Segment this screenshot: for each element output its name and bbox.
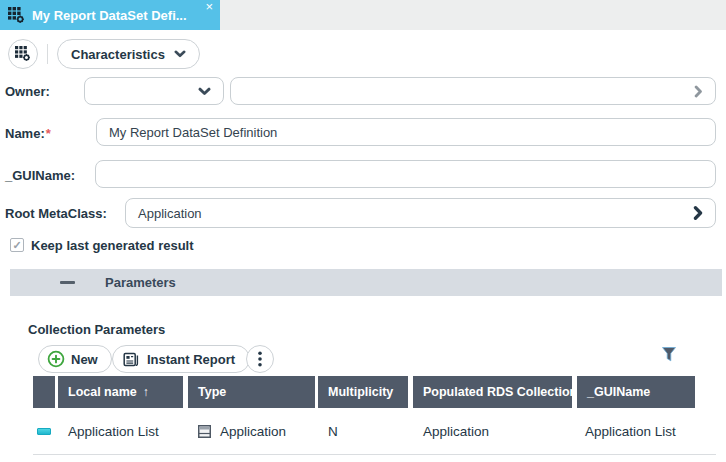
collection-chip-icon [37, 428, 51, 435]
guiname-label: _GUIName: [5, 168, 75, 183]
column-header-local-name[interactable]: Local name ↑ [58, 376, 183, 408]
sort-ascending-icon: ↑ [143, 385, 149, 399]
column-header-icon[interactable] [33, 376, 55, 408]
dataset-grid-gear-icon [8, 7, 25, 24]
characteristics-label: Characteristics [71, 47, 165, 62]
column-header-guiname[interactable]: _GUIName [577, 376, 695, 408]
new-button-label: New [71, 352, 98, 367]
parameters-section-title: Parameters [105, 275, 176, 290]
cell-guiname[interactable]: Application List [585, 408, 676, 454]
instant-report-label: Instant Report [147, 352, 235, 367]
tab-title: My Report DataSet Defi... [32, 8, 187, 23]
chevron-down-icon [198, 87, 211, 96]
check-icon: ✓ [12, 239, 21, 251]
cell-local-name[interactable]: Application List [68, 408, 159, 454]
column-header-type[interactable]: Type [188, 376, 315, 408]
instant-report-button[interactable]: Instant Report [112, 345, 250, 373]
tab-close-icon[interactable]: × [205, 0, 213, 14]
plus-circle-icon [47, 350, 65, 368]
root-metaclass-label: Root MetaClass: [5, 206, 107, 221]
tab-my-report-dataset-definition[interactable]: My Report DataSet Defi... × [0, 0, 220, 30]
new-button[interactable]: New [38, 345, 112, 373]
dataset-grid-gear-icon [15, 46, 31, 62]
row-divider [33, 454, 716, 455]
column-header-multiplicity[interactable]: Multiplicity [318, 376, 408, 408]
owner-picker-field[interactable] [230, 77, 716, 105]
more-actions-button[interactable] [246, 345, 274, 373]
chevron-right-icon[interactable] [693, 206, 703, 220]
name-label: Name:* [5, 126, 51, 141]
metaclass-icon [198, 425, 211, 438]
characteristics-dropdown[interactable]: Characteristics [57, 39, 200, 69]
collection-parameters-title: Collection Parameters [28, 322, 165, 337]
report-document-icon [123, 352, 140, 367]
guiname-input[interactable] [95, 160, 716, 188]
filter-button[interactable] [661, 346, 677, 363]
chevron-right-icon[interactable] [694, 85, 703, 98]
collapse-minus-icon[interactable] [60, 281, 75, 284]
cell-multiplicity[interactable]: N [328, 408, 338, 454]
kebab-menu-icon [258, 351, 262, 367]
row-collection-icon[interactable] [37, 408, 51, 454]
name-input-value: My Report DataSet Definition [109, 125, 277, 140]
owner-select[interactable] [84, 77, 224, 105]
name-input[interactable]: My Report DataSet Definition [96, 118, 716, 146]
keep-last-generated-label: Keep last generated result [31, 238, 194, 253]
column-header-populated-rds-collection[interactable]: Populated RDS Collection [413, 376, 572, 408]
parameters-section-header[interactable]: Parameters [10, 269, 722, 296]
chevron-down-icon [174, 50, 186, 58]
toolbar-separator [47, 44, 48, 64]
filter-funnel-icon [661, 346, 677, 363]
cell-populated-rds-collection[interactable]: Application [423, 408, 489, 454]
report-dataset-definition-pane: My Report DataSet Defi... × Characterist… [0, 0, 726, 462]
tab-strip: My Report DataSet Defi... × [0, 0, 726, 30]
root-metaclass-value: Application [138, 206, 202, 221]
required-asterisk: * [46, 126, 51, 141]
root-metaclass-picker[interactable]: Application [125, 198, 716, 228]
dataset-tool-button[interactable] [8, 39, 38, 69]
cell-type[interactable]: Application [198, 408, 286, 454]
owner-label: Owner: [5, 84, 50, 99]
keep-last-generated-checkbox[interactable]: ✓ [10, 238, 24, 252]
